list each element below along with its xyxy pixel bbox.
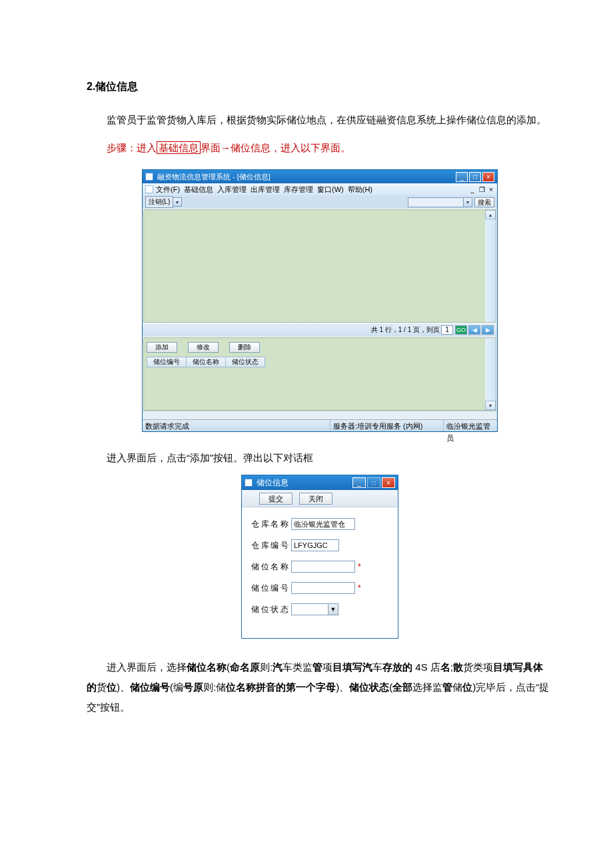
content-area-bottom: 添加 修改 删除 储位编号 储位名称 储位状态 ▾ [143, 337, 496, 411]
menu-outbound[interactable]: 出库管理 [251, 185, 280, 195]
status-user: 临汾银光监管员 [444, 420, 497, 431]
inner-close-icon[interactable]: × [488, 186, 494, 193]
loc-status-value [291, 603, 328, 615]
go-button[interactable]: GO [455, 325, 467, 335]
submit-button[interactable]: 提交 [259, 493, 293, 505]
loc-code-label: 储位编号 [251, 583, 289, 594]
app-icon [145, 173, 153, 181]
inner-restore-icon[interactable]: ❐ [478, 186, 485, 193]
step-prefix: 步骤：进入 [107, 142, 157, 153]
dialog-toolbar: 提交 关闭 [242, 490, 398, 507]
next-page-button[interactable]: ▶ [482, 325, 494, 335]
menu-help[interactable]: 帮助(H) [348, 185, 372, 195]
loc-status-label: 储位状态 [251, 604, 289, 615]
menu-window[interactable]: 窗口(W) [317, 185, 344, 195]
dialog-figure: 储位信息 _ □ × 提交 关闭 仓库名称 临汾银光监管仓 仓库编号 LFYGJ… [241, 475, 398, 639]
dialog-title: 储位信息 [257, 477, 351, 489]
table-headers: 储位编号 储位名称 储位状态 [147, 357, 493, 367]
status-left: 数据请求完成 [143, 420, 330, 431]
final-paragraph: 进入界面后，选择储位名称(命名原则:汽车类监管项目填写汽车存放的 4S 店名;散… [87, 657, 553, 717]
step-line: 步骤：进入基础信息界面→储位信息，进入以下界面。 [87, 142, 553, 155]
minimize-button[interactable]: _ [456, 172, 468, 182]
dialog-maximize-button: □ [367, 477, 380, 488]
warehouse-name-field[interactable]: 临汾银光监管仓 [291, 518, 355, 530]
content-area-top: ▴ [143, 209, 496, 323]
status-server: 服务器:培训专用服务 (内网) [330, 420, 444, 431]
menu-bar: 文件(F) 基础信息 入库管理 出库管理 库存管理 窗口(W) 帮助(H) _ … [143, 183, 497, 195]
toolbar: 注销(L) ▾ ▾ 搜索 [143, 195, 497, 209]
maximize-button[interactable]: □ [469, 172, 481, 182]
after-fig1-paragraph: 进入界面后，点击“添加”按钮。弹出以下对话框 [87, 448, 553, 468]
col-loc-status: 储位状态 [225, 357, 265, 367]
logoff-combo[interactable]: 注销(L) ▾ [145, 196, 182, 208]
chevron-down-icon[interactable]: ▾ [173, 197, 182, 207]
dropdown-arrow-icon[interactable]: ▼ [328, 603, 338, 615]
doc-icon [145, 185, 153, 193]
close-button[interactable]: 关闭 [299, 493, 332, 505]
intro-paragraph: 监管员于监管货物入库后，根据货物实际储位地点，在供应链融资信息系统上操作储位信息… [87, 110, 553, 130]
required-star-icon: * [358, 562, 361, 571]
menu-inbound[interactable]: 入库管理 [217, 185, 247, 195]
edit-button[interactable]: 修改 [188, 342, 219, 353]
col-loc-code: 储位编号 [147, 357, 187, 367]
inner-minimize-icon[interactable]: _ [469, 186, 476, 193]
menu-stock[interactable]: 库存管理 [284, 185, 313, 195]
add-button[interactable]: 添加 [147, 342, 177, 353]
delete-button[interactable]: 删除 [229, 342, 260, 353]
prev-page-button[interactable]: ◀ [468, 325, 480, 335]
vertical-scrollbar-2[interactable]: ▾ [485, 338, 496, 410]
warehouse-name-label: 仓库名称 [251, 519, 289, 530]
dialog-icon [245, 479, 253, 487]
step-basicinfo: 基础信息 [157, 141, 201, 154]
dialog-close-button[interactable]: × [382, 477, 395, 488]
dialog-titlebar: 储位信息 _ □ × [242, 475, 398, 490]
section-heading: 2.储位信息 [87, 80, 553, 94]
warehouse-code-field[interactable]: LFYGJGC [291, 539, 339, 551]
window-titlebar: 融资物流信息管理系统 - [储位信息] _ □ × [143, 170, 497, 183]
status-bar: 数据请求完成 服务器:培训专用服务 (内网) 临汾银光监管员 [143, 419, 497, 431]
page-number-input[interactable]: 1 [441, 325, 453, 335]
scroll-down-icon[interactable]: ▾ [485, 401, 496, 410]
menu-file[interactable]: 文件(F) [156, 185, 180, 195]
dialog-form: 仓库名称 临汾银光监管仓 仓库编号 LFYGJGC 储位名称 * 储位编号 * … [242, 507, 398, 638]
search-dropdown-icon[interactable]: ▾ [463, 197, 472, 207]
loc-name-field[interactable] [291, 561, 355, 573]
page-info: 共 1 行，1 / 1 页，到页 [371, 325, 440, 335]
loc-name-label: 储位名称 [251, 561, 289, 573]
loc-status-select[interactable]: ▼ [291, 603, 338, 615]
dialog-minimize-button[interactable]: _ [352, 477, 366, 488]
horizontal-scrollbar[interactable] [143, 411, 497, 420]
loc-code-field[interactable] [291, 582, 355, 594]
logoff-label: 注销(L) [145, 196, 173, 208]
menu-basicinfo[interactable]: 基础信息 [184, 185, 213, 195]
search-button[interactable]: 搜索 [474, 197, 494, 207]
scroll-up-icon[interactable]: ▴ [485, 210, 496, 219]
col-loc-name: 储位名称 [186, 357, 226, 367]
window-title: 融资物流信息管理系统 - [储位信息] [157, 172, 454, 182]
pager-bar: 共 1 行，1 / 1 页，到页 1 GO ◀ ▶ [143, 323, 497, 337]
main-window-figure: 融资物流信息管理系统 - [储位信息] _ □ × 文件(F) 基础信息 入库管… [142, 169, 498, 432]
window-close-button[interactable]: × [482, 172, 494, 182]
required-star-icon: * [358, 583, 361, 593]
vertical-scrollbar[interactable]: ▴ [485, 210, 496, 322]
warehouse-code-label: 仓库编号 [251, 540, 289, 551]
search-input[interactable] [408, 197, 464, 207]
step-after: 界面→储位信息，进入以下界面。 [201, 142, 350, 153]
